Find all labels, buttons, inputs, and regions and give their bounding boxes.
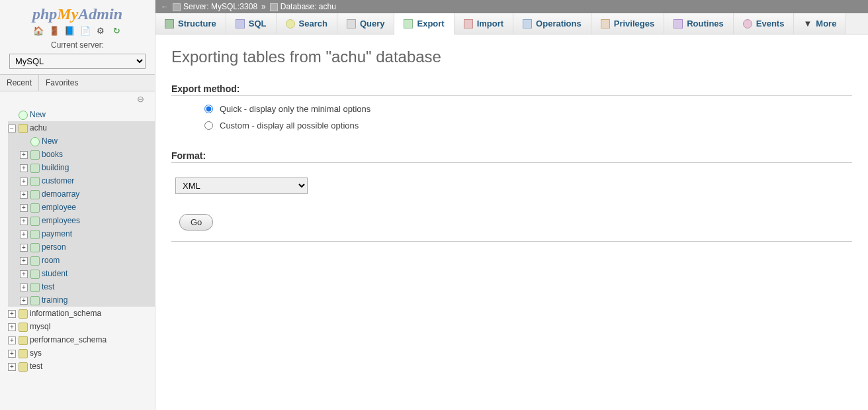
recent-tab[interactable]: Recent	[0, 75, 38, 91]
table-label[interactable]: employees	[42, 216, 80, 225]
tab-more[interactable]: ▼More	[794, 13, 846, 34]
new-table-label[interactable]: New	[42, 136, 58, 146]
tree-db-achu[interactable]: −achu New +books +building +customer +de…	[8, 121, 155, 307]
breadcrumb-server[interactable]: Server: MySQL:3308	[183, 2, 257, 11]
tree-table-customer[interactable]: +customer	[20, 174, 155, 187]
toggle-icon[interactable]: +	[20, 297, 28, 305]
collapse-panel-icon[interactable]: ⊖	[0, 91, 155, 105]
tab-query[interactable]: Query	[337, 13, 395, 34]
toggle-icon[interactable]: +	[20, 178, 28, 185]
toggle-icon[interactable]: −	[8, 125, 16, 132]
export-method-label: Export method:	[171, 83, 852, 96]
tab-events[interactable]: Events	[734, 13, 795, 34]
toggle-icon[interactable]: +	[20, 204, 28, 212]
toggle-icon[interactable]: +	[20, 257, 28, 265]
tab-search[interactable]: Search	[277, 13, 337, 34]
tree-table-demoarray[interactable]: +demoarray	[20, 187, 155, 201]
tab-structure[interactable]: Structure	[155, 13, 226, 34]
go-row: Go	[171, 214, 852, 242]
database-icon	[19, 336, 28, 345]
table-label[interactable]: room	[42, 256, 60, 265]
sidebar-toolbar: 🏠 🚪 📘 📄 ⚙ ↻	[0, 25, 155, 39]
toggle-icon[interactable]: +	[8, 350, 16, 358]
tab-privileges[interactable]: Privileges	[591, 13, 664, 34]
toggle-icon[interactable]: +	[20, 270, 28, 278]
toggle-icon[interactable]: +	[8, 336, 16, 344]
tree-db-performance-schema[interactable]: +performance_schema	[8, 333, 155, 346]
settings-icon[interactable]: ⚙	[95, 26, 106, 36]
tree-db-information-schema[interactable]: +information_schema	[8, 307, 155, 320]
toggle-icon[interactable]: +	[20, 244, 28, 252]
db-label[interactable]: information_schema	[30, 309, 101, 318]
tab-sql[interactable]: SQL	[226, 13, 277, 34]
sql-window-icon[interactable]: 📄	[80, 26, 91, 36]
tree-table-training[interactable]: +training	[20, 293, 155, 307]
db-label[interactable]: mysql	[30, 322, 50, 331]
home-icon[interactable]: 🏠	[33, 26, 44, 36]
table-icon	[30, 296, 40, 305]
tree-db-sys[interactable]: +sys	[8, 346, 155, 360]
tree-table-test[interactable]: +test	[20, 280, 155, 293]
logout-icon[interactable]: 🚪	[49, 26, 60, 36]
reload-icon[interactable]: ↻	[111, 26, 122, 36]
tree-table-books[interactable]: +books	[20, 148, 155, 161]
tree-table-room[interactable]: +room	[20, 254, 155, 267]
toggle-icon[interactable]: +	[20, 191, 28, 199]
go-button[interactable]: Go	[179, 214, 213, 231]
toggle-icon[interactable]: +	[8, 310, 16, 318]
docs-icon[interactable]: 📘	[64, 26, 75, 36]
db-label[interactable]: test	[30, 362, 42, 371]
export-quick-radio[interactable]	[204, 105, 213, 113]
server-select[interactable]: MySQL	[9, 54, 146, 69]
tree-db-mysql[interactable]: +mysql	[8, 320, 155, 333]
tree-new-label[interactable]: New	[30, 110, 46, 119]
favorites-tab[interactable]: Favorites	[38, 75, 85, 91]
table-label[interactable]: customer	[42, 176, 74, 185]
tab-label: Operations	[536, 19, 582, 28]
tree-new[interactable]: New	[8, 108, 155, 121]
database-icon	[19, 124, 28, 133]
tab-export[interactable]: Export	[394, 13, 454, 34]
table-label[interactable]: student	[42, 269, 67, 278]
tree-table-building[interactable]: +building	[20, 161, 155, 174]
toggle-icon[interactable]: +	[20, 151, 28, 159]
tree-table-payment[interactable]: +payment	[20, 227, 155, 240]
toggle-icon[interactable]: +	[8, 363, 16, 371]
toggle-icon[interactable]: +	[20, 164, 28, 172]
table-label[interactable]: test	[42, 282, 54, 291]
table-label[interactable]: books	[42, 150, 63, 159]
db-label[interactable]: sys	[30, 348, 42, 358]
tree-table-person[interactable]: +person	[20, 240, 155, 254]
toggle-icon[interactable]: +	[20, 217, 28, 225]
tree-db-test[interactable]: +test	[8, 360, 155, 373]
export-quick-option[interactable]: Quick - display only the minimal options	[204, 104, 852, 114]
tab-routines[interactable]: Routines	[664, 13, 734, 34]
table-label[interactable]: employee	[42, 203, 76, 212]
export-custom-radio[interactable]	[204, 121, 213, 130]
table-label[interactable]: person	[42, 242, 66, 252]
toggle-icon[interactable]: +	[20, 231, 28, 238]
format-select[interactable]: XML	[175, 178, 308, 194]
toggle-icon[interactable]: +	[8, 323, 16, 331]
tab-operations[interactable]: Operations	[513, 13, 591, 34]
table-label[interactable]: building	[42, 163, 69, 172]
events-icon	[743, 19, 752, 28]
tree-table-employee[interactable]: +employee	[20, 201, 155, 214]
breadcrumb-back-icon[interactable]: ←	[161, 2, 169, 11]
table-icon	[30, 150, 40, 160]
db-label[interactable]: performance_schema	[30, 335, 107, 344]
breadcrumb-db[interactable]: Database: achu	[281, 2, 336, 11]
logo[interactable]: phpMyAdmin	[0, 0, 155, 25]
tab-import[interactable]: Import	[455, 13, 513, 34]
export-custom-option[interactable]: Custom - display all possible options	[204, 121, 852, 130]
db-label[interactable]: achu	[30, 123, 47, 132]
breadcrumb-sep: »	[261, 2, 266, 11]
table-label[interactable]: training	[42, 295, 67, 305]
table-label[interactable]: demoarray	[42, 189, 79, 199]
table-label[interactable]: payment	[42, 229, 72, 238]
tree-new-table[interactable]: New	[20, 134, 155, 148]
tree-table-employees[interactable]: +employees	[20, 214, 155, 227]
toggle-icon[interactable]: +	[20, 283, 28, 291]
tree-table-student[interactable]: +student	[20, 267, 155, 280]
table-icon	[30, 243, 40, 252]
